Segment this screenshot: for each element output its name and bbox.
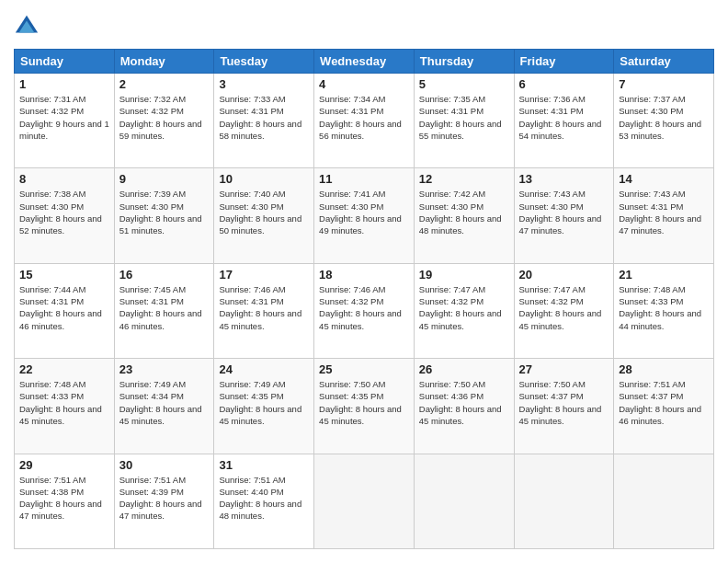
- sunset-label: Sunset: 4:32 PM: [419, 296, 483, 306]
- daylight-label: Daylight: 8 hours and 54 minutes.: [519, 119, 602, 141]
- header: [14, 14, 714, 40]
- daylight-label: Daylight: 8 hours and 49 minutes.: [319, 213, 402, 236]
- daylight-label: Daylight: 8 hours and 47 minutes.: [119, 499, 202, 521]
- day-info: Sunrise: 7:33 AM Sunset: 4:31 PM Dayligh…: [219, 93, 309, 142]
- sunset-label: Sunset: 4:33 PM: [19, 391, 84, 401]
- day-info: Sunrise: 7:32 AM Sunset: 4:32 PM Dayligh…: [119, 93, 210, 142]
- day-cell: 18 Sunrise: 7:46 AM Sunset: 4:32 PM Dayl…: [314, 263, 415, 358]
- day-cell: 10 Sunrise: 7:40 AM Sunset: 4:30 PM Dayl…: [214, 168, 314, 263]
- sunrise-label: Sunrise: 7:48 AM: [19, 379, 85, 389]
- week-row-5: 29 Sunrise: 7:51 AM Sunset: 4:38 PM Dayl…: [15, 454, 714, 548]
- day-info: Sunrise: 7:40 AM Sunset: 4:30 PM Dayligh…: [219, 188, 309, 236]
- day-info: Sunrise: 7:50 AM Sunset: 4:35 PM Dayligh…: [319, 378, 409, 427]
- day-cell: 19 Sunrise: 7:47 AM Sunset: 4:32 PM Dayl…: [414, 263, 514, 358]
- day-number: 13: [519, 172, 609, 186]
- sunrise-label: Sunrise: 7:49 AM: [219, 379, 285, 389]
- sunrise-label: Sunrise: 7:50 AM: [519, 379, 586, 389]
- day-info: Sunrise: 7:51 AM Sunset: 4:40 PM Dayligh…: [219, 474, 309, 523]
- day-number: 11: [319, 172, 409, 186]
- sunset-label: Sunset: 4:30 PM: [319, 201, 383, 212]
- sunset-label: Sunset: 4:31 PM: [519, 106, 584, 116]
- daylight-label: Daylight: 8 hours and 45 minutes.: [219, 308, 301, 330]
- day-info: Sunrise: 7:48 AM Sunset: 4:33 PM Dayligh…: [19, 378, 109, 427]
- daylight-label: Daylight: 8 hours and 59 minutes.: [119, 119, 202, 141]
- day-number: 12: [419, 172, 509, 186]
- sunrise-label: Sunrise: 7:48 AM: [619, 284, 685, 294]
- week-row-2: 8 Sunrise: 7:38 AM Sunset: 4:30 PM Dayli…: [15, 168, 714, 263]
- day-cell: [514, 454, 614, 548]
- day-cell: 25 Sunrise: 7:50 AM Sunset: 4:35 PM Dayl…: [314, 359, 415, 454]
- day-info: Sunrise: 7:45 AM Sunset: 4:31 PM Dayligh…: [119, 283, 210, 332]
- sunset-label: Sunset: 4:37 PM: [519, 391, 584, 401]
- day-cell: 12 Sunrise: 7:42 AM Sunset: 4:30 PM Dayl…: [414, 168, 514, 263]
- sunset-label: Sunset: 4:31 PM: [19, 296, 84, 306]
- daylight-label: Daylight: 8 hours and 48 minutes.: [419, 213, 502, 236]
- daylight-label: Daylight: 8 hours and 47 minutes.: [19, 499, 102, 521]
- sunrise-label: Sunrise: 7:51 AM: [619, 379, 685, 389]
- sunrise-label: Sunrise: 7:44 AM: [19, 284, 85, 294]
- day-cell: 24 Sunrise: 7:49 AM Sunset: 4:35 PM Dayl…: [214, 359, 314, 454]
- daylight-label: Daylight: 8 hours and 45 minutes.: [419, 404, 502, 426]
- day-cell: 9 Sunrise: 7:39 AM Sunset: 4:30 PM Dayli…: [114, 168, 214, 263]
- daylight-label: Daylight: 8 hours and 46 minutes.: [619, 404, 701, 426]
- sunset-label: Sunset: 4:35 PM: [219, 391, 283, 401]
- day-info: Sunrise: 7:38 AM Sunset: 4:30 PM Dayligh…: [19, 188, 109, 236]
- sunset-label: Sunset: 4:31 PM: [119, 296, 184, 306]
- day-cell: 17 Sunrise: 7:46 AM Sunset: 4:31 PM Dayl…: [214, 263, 314, 358]
- header-day-monday: Monday: [114, 50, 214, 74]
- sunrise-label: Sunrise: 7:46 AM: [319, 284, 385, 294]
- calendar-body: 1 Sunrise: 7:31 AM Sunset: 4:32 PM Dayli…: [15, 74, 714, 549]
- day-info: Sunrise: 7:50 AM Sunset: 4:37 PM Dayligh…: [519, 378, 609, 427]
- day-info: Sunrise: 7:46 AM Sunset: 4:32 PM Dayligh…: [319, 283, 409, 332]
- day-number: 20: [519, 268, 609, 282]
- sunrise-label: Sunrise: 7:38 AM: [19, 189, 85, 199]
- header-day-sunday: Sunday: [15, 50, 115, 74]
- day-cell: 29 Sunrise: 7:51 AM Sunset: 4:38 PM Dayl…: [15, 454, 115, 548]
- daylight-label: Daylight: 8 hours and 46 minutes.: [19, 308, 102, 330]
- day-number: 16: [119, 268, 210, 282]
- sunset-label: Sunset: 4:32 PM: [119, 106, 184, 116]
- daylight-label: Daylight: 8 hours and 56 minutes.: [319, 119, 402, 141]
- daylight-label: Daylight: 8 hours and 45 minutes.: [519, 308, 602, 330]
- day-info: Sunrise: 7:36 AM Sunset: 4:31 PM Dayligh…: [519, 93, 609, 142]
- sunset-label: Sunset: 4:30 PM: [519, 201, 584, 212]
- sunset-label: Sunset: 4:40 PM: [219, 487, 283, 497]
- sunset-label: Sunset: 4:32 PM: [19, 106, 84, 116]
- daylight-label: Daylight: 8 hours and 45 minutes.: [219, 404, 301, 426]
- day-info: Sunrise: 7:34 AM Sunset: 4:31 PM Dayligh…: [319, 93, 409, 142]
- sunrise-label: Sunrise: 7:43 AM: [519, 189, 586, 199]
- day-cell: 21 Sunrise: 7:48 AM Sunset: 4:33 PM Dayl…: [614, 263, 714, 358]
- day-cell: 30 Sunrise: 7:51 AM Sunset: 4:39 PM Dayl…: [114, 454, 214, 548]
- daylight-label: Daylight: 8 hours and 45 minutes.: [19, 404, 102, 426]
- day-number: 19: [419, 268, 509, 282]
- day-cell: 28 Sunrise: 7:51 AM Sunset: 4:37 PM Dayl…: [614, 359, 714, 454]
- day-cell: [314, 454, 415, 548]
- day-cell: 27 Sunrise: 7:50 AM Sunset: 4:37 PM Dayl…: [514, 359, 614, 454]
- day-cell: 15 Sunrise: 7:44 AM Sunset: 4:31 PM Dayl…: [15, 263, 115, 358]
- day-number: 22: [19, 362, 109, 376]
- sunset-label: Sunset: 4:30 PM: [19, 201, 84, 212]
- day-number: 3: [219, 77, 309, 91]
- day-info: Sunrise: 7:50 AM Sunset: 4:36 PM Dayligh…: [419, 378, 509, 427]
- sunrise-label: Sunrise: 7:32 AM: [119, 94, 186, 104]
- sunset-label: Sunset: 4:31 PM: [319, 106, 383, 116]
- day-cell: 16 Sunrise: 7:45 AM Sunset: 4:31 PM Dayl…: [114, 263, 214, 358]
- sunrise-label: Sunrise: 7:50 AM: [419, 379, 485, 389]
- sunrise-label: Sunrise: 7:47 AM: [519, 284, 586, 294]
- logo: [14, 14, 43, 40]
- day-cell: [414, 454, 514, 548]
- page: SundayMondayTuesdayWednesdayThursdayFrid…: [0, 0, 728, 563]
- daylight-label: Daylight: 8 hours and 45 minutes.: [319, 404, 402, 426]
- week-row-4: 22 Sunrise: 7:48 AM Sunset: 4:33 PM Dayl…: [15, 359, 714, 454]
- sunset-label: Sunset: 4:39 PM: [119, 487, 184, 497]
- day-cell: [614, 454, 714, 548]
- day-cell: 22 Sunrise: 7:48 AM Sunset: 4:33 PM Dayl…: [15, 359, 115, 454]
- sunset-label: Sunset: 4:34 PM: [119, 391, 184, 401]
- day-cell: 26 Sunrise: 7:50 AM Sunset: 4:36 PM Dayl…: [414, 359, 514, 454]
- day-cell: 6 Sunrise: 7:36 AM Sunset: 4:31 PM Dayli…: [514, 74, 614, 168]
- daylight-label: Daylight: 8 hours and 58 minutes.: [219, 119, 301, 141]
- sunset-label: Sunset: 4:31 PM: [219, 106, 283, 116]
- sunset-label: Sunset: 4:35 PM: [319, 391, 383, 401]
- sunrise-label: Sunrise: 7:46 AM: [219, 284, 285, 294]
- day-info: Sunrise: 7:39 AM Sunset: 4:30 PM Dayligh…: [119, 188, 210, 236]
